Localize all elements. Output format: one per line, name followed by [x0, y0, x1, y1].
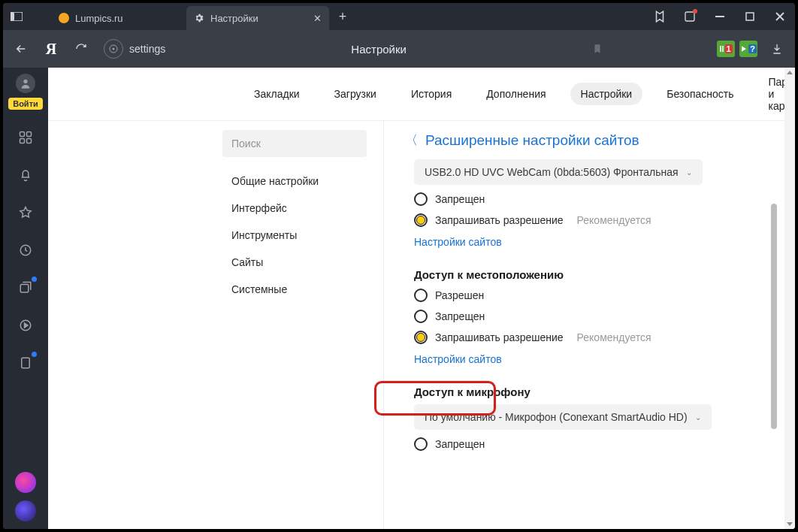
- yandex-home-button[interactable]: Я: [38, 35, 65, 62]
- camera-select-dropdown[interactable]: USB2.0 HD UVC WebCam (0bda:5603) Фронтал…: [414, 159, 703, 185]
- camera-option-denied[interactable]: Запрещен: [414, 192, 772, 206]
- nav-item-tools[interactable]: Инструменты: [222, 222, 376, 249]
- svg-rect-9: [27, 132, 32, 137]
- section-location-heading: Доступ к местоположению: [414, 268, 772, 281]
- section-microphone-heading: Доступ к микрофону: [414, 385, 772, 398]
- browser-tab-lumpics[interactable]: Lumpics.ru: [51, 6, 186, 30]
- page-scrollbar[interactable]: [784, 68, 795, 529]
- chevron-down-icon: ⌄: [686, 168, 692, 177]
- window-minimize-button[interactable]: [705, 3, 735, 30]
- radio-icon[interactable]: [414, 289, 428, 302]
- favicon-icon: [59, 13, 69, 23]
- browser-toolbar: Я settings Настройки II1 ?: [3, 30, 795, 68]
- nav-item-system[interactable]: Системные: [222, 276, 376, 303]
- nav-item-sites[interactable]: Сайты: [222, 249, 376, 276]
- svg-rect-1: [11, 12, 14, 21]
- location-site-settings-link[interactable]: Настройки сайтов: [414, 353, 502, 365]
- avatar-icon[interactable]: [16, 74, 35, 93]
- svg-rect-2: [685, 12, 694, 21]
- svg-rect-15: [22, 358, 30, 368]
- location-option-denied[interactable]: Запрещен: [414, 310, 772, 323]
- svg-rect-4: [746, 13, 754, 20]
- collections-icon[interactable]: [16, 278, 35, 298]
- svg-rect-8: [20, 132, 25, 137]
- tab-downloads[interactable]: Загрузки: [324, 83, 387, 105]
- chevron-left-icon: 〈: [405, 131, 418, 149]
- history-icon[interactable]: [16, 240, 35, 260]
- svg-rect-11: [27, 139, 32, 144]
- scroll-arrow-up-icon[interactable]: [786, 69, 793, 77]
- back-button[interactable]: [8, 35, 35, 62]
- alice-icon-2[interactable]: [15, 500, 36, 521]
- url-text: settings: [129, 43, 165, 55]
- location-option-ask[interactable]: Запрашивать разрешение Рекомендуется: [414, 331, 772, 344]
- camera-option-ask[interactable]: Запрашивать разрешение Рекомендуется: [414, 213, 772, 227]
- browser-tab-settings[interactable]: Настройки ✕: [186, 6, 329, 30]
- scroll-arrow-down-icon[interactable]: [786, 520, 793, 527]
- window-titlebar: Lumpics.ru Настройки ✕ +: [3, 3, 795, 30]
- svg-rect-10: [20, 139, 25, 144]
- extension-badge-1[interactable]: II1: [717, 41, 735, 57]
- radio-icon[interactable]: [414, 192, 428, 206]
- back-to-advanced-link[interactable]: 〈 Расширенные настройки сайтов: [405, 131, 772, 149]
- star-icon[interactable]: [16, 203, 35, 222]
- tab-security[interactable]: Безопасность: [656, 83, 744, 105]
- notifications-icon[interactable]: [675, 3, 705, 30]
- radio-label: Разрешен: [435, 289, 484, 301]
- bookmark-icon[interactable]: [592, 43, 603, 55]
- settings-tabs: Закладки Загрузки История Дополнения Нас…: [48, 68, 795, 120]
- tab-history[interactable]: История: [401, 83, 462, 105]
- scrollbar-thumb[interactable]: [771, 204, 777, 429]
- recommended-label: Рекомендуется: [577, 214, 651, 226]
- new-tab-button[interactable]: +: [329, 3, 356, 30]
- page-title: Настройки: [171, 43, 586, 56]
- extension-badge-2[interactable]: ?: [739, 41, 757, 57]
- radio-label: Запрещен: [435, 193, 485, 205]
- sidebar-toggle-icon[interactable]: [3, 3, 30, 30]
- dropdown-value: По умолчанию - Микрофон (Conexant SmartA…: [425, 411, 688, 423]
- settings-search-input[interactable]: Поиск: [222, 130, 367, 157]
- new-dot-icon: [32, 277, 37, 282]
- nav-item-interface[interactable]: Интерфейс: [222, 195, 376, 222]
- radio-label: Запрещен: [435, 438, 485, 450]
- settings-leftnav: Поиск Общие настройки Интерфейс Инструме…: [218, 121, 376, 529]
- microphone-option-denied[interactable]: Запрещен: [414, 437, 772, 451]
- window-close-button[interactable]: [765, 3, 795, 30]
- close-tab-icon[interactable]: ✕: [313, 13, 322, 24]
- radio-selected-icon[interactable]: [414, 213, 428, 227]
- new-dot-icon: [32, 352, 37, 357]
- address-bar[interactable]: settings Настройки: [98, 35, 609, 62]
- login-badge[interactable]: Войти: [8, 98, 43, 110]
- camera-site-settings-link[interactable]: Настройки сайтов: [414, 236, 502, 248]
- downloads-button[interactable]: [763, 35, 790, 62]
- services-icon[interactable]: [16, 128, 35, 147]
- nav-item-general[interactable]: Общие настройки: [222, 168, 376, 195]
- radio-icon[interactable]: [414, 437, 428, 451]
- radio-selected-icon[interactable]: [414, 331, 428, 344]
- svg-point-7: [23, 80, 27, 83]
- microphone-select-dropdown[interactable]: По умолчанию - Микрофон (Conexant SmartA…: [414, 404, 712, 430]
- radio-icon[interactable]: [414, 310, 428, 323]
- tab-bookmarks[interactable]: Закладки: [243, 83, 310, 105]
- alice-icon-1[interactable]: [15, 472, 36, 493]
- tab-settings[interactable]: Настройки: [570, 83, 643, 105]
- search-placeholder: Поиск: [231, 138, 261, 150]
- dropdown-value: USB2.0 HD UVC WebCam (0bda:5603) Фронтал…: [425, 166, 679, 178]
- bell-icon[interactable]: [16, 165, 35, 185]
- settings-content: Закладки Загрузки История Дополнения Нас…: [48, 68, 795, 529]
- play-icon[interactable]: [16, 316, 35, 335]
- reload-button[interactable]: [68, 35, 95, 62]
- window-maximize-button[interactable]: [735, 3, 765, 30]
- location-option-allowed[interactable]: Разрешен: [414, 289, 772, 302]
- svg-rect-3: [715, 16, 724, 17]
- tab-label: Настройки: [210, 13, 258, 24]
- tab-addons[interactable]: Дополнения: [476, 83, 556, 105]
- svg-rect-13: [20, 285, 29, 293]
- inner-scrollbar[interactable]: [771, 204, 777, 429]
- chevron-down-icon: ⌄: [695, 413, 701, 422]
- side-rail: Войти: [3, 68, 48, 529]
- reader-mode-icon[interactable]: [645, 3, 675, 30]
- site-info-icon[interactable]: [104, 39, 123, 59]
- note-icon[interactable]: [16, 353, 35, 373]
- svg-point-6: [113, 48, 115, 50]
